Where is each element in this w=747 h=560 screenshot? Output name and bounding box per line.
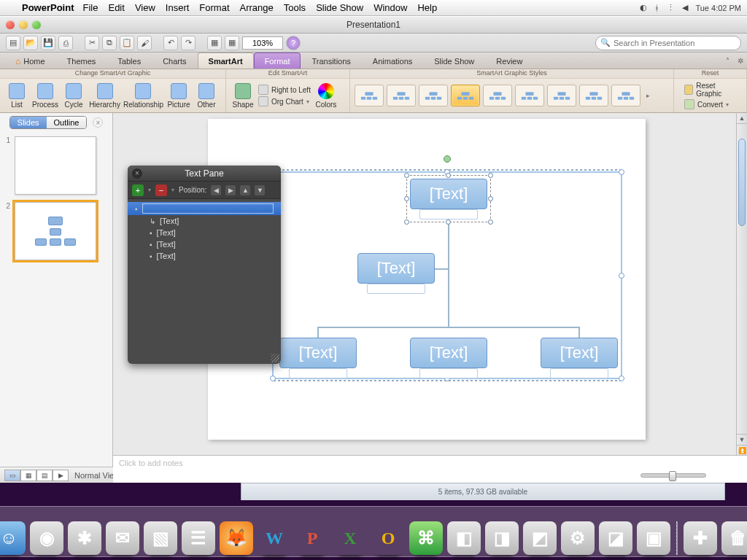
text-pane-caret[interactable]: [142, 203, 274, 214]
help-button[interactable]: ?: [286, 36, 301, 50]
text-pane-item[interactable]: ↳[Text]: [128, 215, 281, 227]
ribbon-collapse-button[interactable]: ˄: [721, 52, 734, 69]
org-caption[interactable]: [550, 368, 608, 378]
dock-messenger-icon[interactable]: ⌘: [409, 521, 443, 555]
clock[interactable]: Tue 4:02 PM: [695, 4, 741, 12]
resize-handle-se[interactable]: [619, 376, 624, 381]
undo-button[interactable]: ↶: [163, 36, 178, 50]
org-caption[interactable]: [289, 368, 347, 378]
volume-icon[interactable]: ◀: [682, 3, 688, 12]
tab-tables[interactable]: Tables: [107, 52, 152, 69]
org-caption[interactable]: [367, 284, 425, 294]
resize-handle-e[interactable]: [619, 273, 624, 279]
org-node-assistant[interactable]: [Text]: [357, 253, 435, 284]
sorter-view-button[interactable]: ▦: [20, 470, 36, 481]
dock-applications-stack[interactable]: ✚: [684, 521, 717, 555]
style-thumb-2[interactable]: [387, 85, 416, 106]
text-pane-titlebar[interactable]: × Text Pane: [128, 166, 281, 182]
org-node-child-1[interactable]: [Text]: [279, 338, 357, 368]
open-button[interactable]: 📂: [23, 36, 38, 50]
sync-icon[interactable]: ◐: [640, 3, 647, 12]
remove-item-button[interactable]: −: [155, 184, 167, 196]
slide-thumbnail-2[interactable]: [15, 202, 96, 260]
style-thumb-1[interactable]: [355, 85, 384, 106]
style-thumb-4-selected[interactable]: [451, 85, 480, 106]
dock-mail-icon[interactable]: ✉: [106, 521, 139, 555]
dock-outlook-icon[interactable]: O: [371, 521, 405, 555]
tab-slideshow[interactable]: Slide Show: [423, 52, 485, 69]
resize-handle-sw[interactable]: [270, 376, 276, 381]
menu-view[interactable]: View: [135, 2, 155, 13]
format-painter-button[interactable]: 🖌: [137, 36, 152, 50]
text-pane-item[interactable]: ▪[Text]: [128, 238, 281, 250]
style-thumb-5[interactable]: [483, 85, 512, 106]
paste-button[interactable]: 📋: [120, 36, 134, 50]
tab-themes[interactable]: Themes: [56, 52, 107, 69]
smartart-picture-button[interactable]: Picture: [166, 83, 191, 109]
smartart-cycle-button[interactable]: Cycle: [61, 83, 86, 109]
zoom-slider-knob[interactable]: [669, 471, 676, 481]
save-button[interactable]: 💾: [41, 36, 55, 50]
org-node-root[interactable]: [Text]: [410, 179, 487, 209]
move-down-button[interactable]: ▼: [255, 185, 265, 195]
smartart-relationship-button[interactable]: Relationship: [123, 83, 163, 109]
reading-view-button[interactable]: ▤: [36, 470, 53, 481]
smartart-container[interactable]: [Text] [Text] [Text] [Text] [Text]: [272, 171, 622, 379]
rotate-handle[interactable]: [444, 155, 451, 163]
smartart-process-button[interactable]: Process: [32, 83, 58, 109]
add-item-button[interactable]: +: [132, 184, 144, 196]
scroll-thumb[interactable]: [738, 139, 746, 226]
dock-app-icon[interactable]: ◪: [599, 521, 632, 555]
notes-drag-handle[interactable]: [409, 113, 452, 115]
move-right-button[interactable]: ▶: [225, 185, 236, 195]
dock-powerpoint-icon[interactable]: P: [295, 521, 329, 555]
org-node-child-3[interactable]: [Text]: [541, 338, 618, 368]
shape-button[interactable]: Shape: [231, 83, 255, 109]
style-thumb-9[interactable]: [611, 85, 640, 106]
new-doc-button[interactable]: ▤: [6, 36, 20, 50]
window-titlebar[interactable]: Presentation1: [0, 17, 747, 34]
tab-review[interactable]: Review: [485, 52, 533, 69]
tab-format[interactable]: Format: [254, 52, 301, 69]
slides-tab[interactable]: Slides: [10, 117, 47, 128]
redo-button[interactable]: ↷: [181, 36, 196, 50]
dock-word-icon[interactable]: W: [258, 521, 291, 555]
reset-graphic-button[interactable]: Reset Graphic: [684, 82, 736, 98]
search-input[interactable]: [614, 39, 736, 47]
resize-handle-ne[interactable]: [619, 169, 624, 175]
slide-thumbnail-1[interactable]: [15, 136, 96, 195]
dock-preview-icon[interactable]: ▧: [144, 521, 177, 555]
prev-slide-button[interactable]: ⏫: [737, 445, 747, 456]
orgchart-button[interactable]: Org Chart▾: [258, 96, 311, 106]
copy-button[interactable]: ⧉: [102, 36, 117, 50]
menu-edit[interactable]: Edit: [108, 2, 124, 13]
menu-window[interactable]: Window: [374, 2, 407, 13]
tab-smartart[interactable]: SmartArt: [198, 52, 254, 69]
zoom-slider[interactable]: [640, 473, 706, 478]
dock-app-icon[interactable]: ◩: [523, 521, 557, 555]
search-box[interactable]: 🔍: [595, 36, 741, 50]
slide-layout-button[interactable]: ▦: [207, 36, 222, 50]
slideshow-view-button[interactable]: ▶: [53, 470, 69, 481]
menu-slideshow[interactable]: Slide Show: [316, 2, 363, 13]
text-pane-close-button[interactable]: ×: [132, 168, 142, 179]
dock-dashboard-icon[interactable]: ◉: [30, 521, 63, 555]
dock-firefox-icon[interactable]: 🦊: [220, 521, 253, 555]
dock-finder-icon[interactable]: ☺: [0, 521, 26, 555]
normal-view-button[interactable]: ▭: [4, 470, 20, 481]
notes-pane[interactable]: Click to add notes: [113, 455, 747, 483]
outline-tab[interactable]: Outline: [47, 117, 87, 128]
rtl-button[interactable]: Right to Left: [258, 85, 311, 95]
smartart-other-button[interactable]: Other: [194, 83, 219, 109]
move-left-button[interactable]: ◀: [211, 185, 221, 195]
wifi-icon[interactable]: ⋮: [667, 3, 675, 12]
tab-charts[interactable]: Charts: [152, 52, 197, 69]
dock-automator-icon[interactable]: ⚙: [561, 521, 595, 555]
style-thumb-7[interactable]: [547, 85, 576, 106]
tab-animations[interactable]: Animations: [362, 52, 423, 69]
zoom-combo[interactable]: 103%: [242, 36, 283, 50]
smartart-list-button[interactable]: List: [4, 83, 29, 109]
scroll-track[interactable]: [737, 124, 747, 434]
dock-grab-icon[interactable]: ☰: [182, 521, 215, 555]
menu-help[interactable]: Help: [417, 2, 437, 13]
